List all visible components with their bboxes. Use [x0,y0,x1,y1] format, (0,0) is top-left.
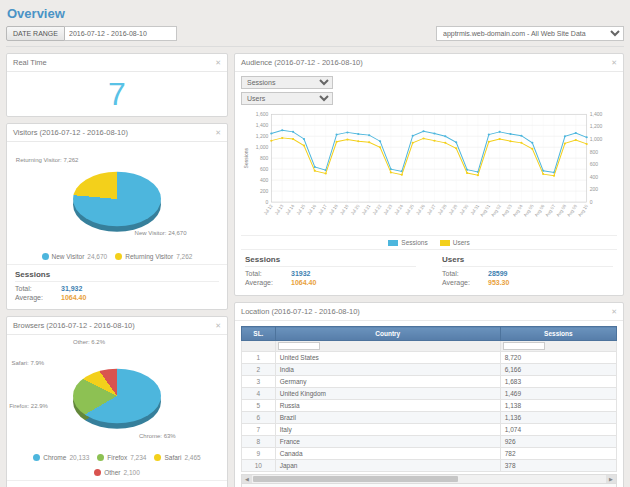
real-time-body: 7 [7,72,227,116]
cell-sl: 3 [242,376,276,388]
legend-value: 7,234 [130,454,146,461]
collapse-icon[interactable]: ✕ [611,59,617,66]
cell-sessions: 1,136 [500,412,616,424]
total-label: Total: [442,270,488,277]
stats-heading: Sessions [245,255,416,267]
date-range-input[interactable] [65,26,177,41]
cell-country: France [275,436,500,448]
legend-value: 24,670 [87,253,107,260]
cell-sessions: 782 [500,448,616,460]
sessions-filter-input[interactable] [503,342,545,350]
legend-value: 7,262 [176,253,192,260]
table-row[interactable]: 4United Kingdom1,469 [242,388,617,400]
date-range-button[interactable]: DATE RANGE [6,26,65,41]
filter-cell-sessions [500,341,616,352]
visitors-panel: Visitors (2016-07-12 - 2016-08-10) ✕ Ret… [6,123,228,310]
legend-value: 2,465 [184,454,200,461]
svg-text:Jul 28: Jul 28 [437,203,448,215]
average-value: 1064.40 [291,279,316,286]
cell-country: Italy [275,424,500,436]
right-column: Audience (2016-07-12 - 2016-08-10) ✕ Ses… [234,53,624,487]
table-row[interactable]: 6Brazil1,136 [242,412,617,424]
cell-country: United States [275,352,500,364]
svg-text:200: 200 [260,189,269,194]
stats-heading: Sessions [15,270,219,282]
location-table-body: 1United States8,7202India6,1663Germany1,… [242,352,617,472]
cell-country: India [275,364,500,376]
legend-swatch [115,253,122,260]
legend-item: New Visitor24,670 [42,253,108,260]
svg-text:Jul 21: Jul 21 [361,203,372,215]
svg-text:1,000: 1,000 [590,137,603,142]
scrollbar-thumb[interactable] [253,476,458,482]
collapse-icon[interactable]: ✕ [215,129,221,136]
audience-panel: Audience (2016-07-12 - 2016-08-10) ✕ Ses… [234,53,624,296]
svg-text:1,600: 1,600 [256,112,269,117]
metric-select-users[interactable]: Users [241,92,333,105]
average-label: Average: [442,279,488,286]
table-row[interactable]: 2India6,166 [242,364,617,376]
dashboard-columns: Real Time ✕ 7 Visitors (2016-07-12 - 201… [6,53,624,487]
table-row[interactable]: 10Japan378 [242,460,617,472]
audience-panel-header: Audience (2016-07-12 - 2016-08-10) ✕ [235,54,623,72]
legend-item: Sessions [388,239,427,246]
table-row[interactable]: 7Italy1,074 [242,424,617,436]
table-row[interactable]: 5Russia1,138 [242,400,617,412]
collapse-icon[interactable]: ✕ [611,308,617,315]
cell-sessions: 1,074 [500,424,616,436]
legend-swatch [154,454,161,461]
table-row[interactable]: 3Germany1,683 [242,376,617,388]
browsers-sessions-stats: Sessions Total: 31,932 Average: 1064.40 [7,481,227,487]
column-header-sl[interactable]: SL. [242,327,276,341]
cell-sessions: 1,138 [500,400,616,412]
cell-sessions: 378 [500,460,616,472]
svg-text:200: 200 [590,187,599,192]
svg-text:Jul 30: Jul 30 [458,203,469,215]
table-row[interactable]: 1United States8,720 [242,352,617,364]
legend-label: Other [104,469,120,476]
browsers-panel: Browsers (2016-07-12 - 2016-08-10) ✕ Oth… [6,316,228,487]
scroll-left-icon[interactable]: ◀ [242,475,252,483]
browsers-pie-chart: Other: 6.2%Safari: 7.9%Firefox: 22.9%Chr… [7,338,227,450]
svg-text:Aug 10: Aug 10 [577,203,590,217]
cell-sl: 6 [242,412,276,424]
table-row[interactable]: 9Canada782 [242,448,617,460]
scroll-right-icon[interactable]: ▶ [606,475,616,483]
filter-cell-sl [242,341,276,352]
pie-slice-label: Other: 6.2% [73,339,105,345]
filter-cell-country [275,341,500,352]
average-row: Average: 1064.40 [245,279,416,286]
column-header-country[interactable]: Country [275,327,500,341]
svg-text:Jul 13: Jul 13 [274,203,285,215]
scrollbar-track[interactable] [252,475,606,483]
property-select[interactable]: apptrmis.web-domain.com - All Web Site D… [436,26,624,41]
total-row: Total: 31932 [245,270,416,277]
page-title: Overview [7,6,624,21]
legend-label: Chrome [43,454,66,461]
collapse-icon[interactable]: ✕ [215,59,221,66]
left-column: Real Time ✕ 7 Visitors (2016-07-12 - 201… [6,53,228,487]
pie-face [73,172,161,227]
table-row[interactable]: 8France926 [242,436,617,448]
pie-slice-label: Chrome: 63% [139,433,176,439]
horizontal-scrollbar[interactable]: ◀ ▶ [241,474,617,484]
real-time-panel-title: Real Time [13,58,47,67]
collapse-icon[interactable]: ✕ [215,322,221,329]
legend-value: 20,133 [69,454,89,461]
legend-label: New Visitor [52,253,85,260]
visitors-sessions-stats: Sessions Total: 31,932 Average: 1064.40 [7,265,227,309]
svg-text:Jul 16: Jul 16 [306,203,317,215]
cell-sl: 10 [242,460,276,472]
location-body: SL. Country Sessions 1United States8,720… [235,321,623,487]
legend-item: Other2,100 [94,469,140,476]
svg-text:Jul 15: Jul 15 [295,203,306,215]
svg-text:Jul 23: Jul 23 [382,203,393,215]
visitors-panel-title: Visitors (2016-07-12 - 2016-08-10) [13,128,128,137]
column-header-sessions[interactable]: Sessions [500,327,616,341]
legend-label: Safari [164,454,181,461]
cell-country: United Kingdom [275,388,500,400]
pie-slice-label: Returning Visitor: 7,262 [16,157,79,163]
total-value: 28599 [488,270,507,277]
metric-select-sessions[interactable]: Sessions [241,76,333,89]
country-filter-input[interactable] [278,342,320,350]
